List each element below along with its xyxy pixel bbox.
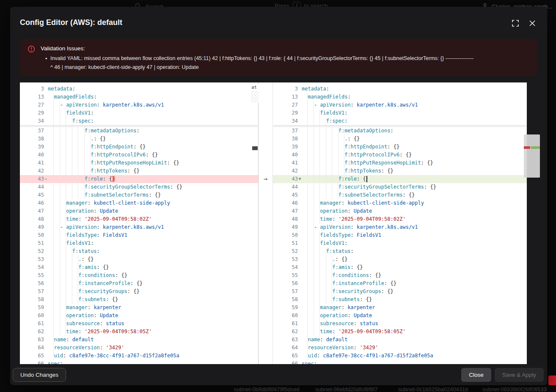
modified-editor-pane[interactable]: 37 f:metadataOptions:38 .: {}39 f:httpEn…	[273, 82, 527, 364]
code-line[interactable]: 51 fieldsV1:	[273, 239, 527, 247]
validation-message: Invalid YAML: missed comma between flow …	[50, 54, 531, 72]
code-line[interactable]: 61 subresource: status	[20, 320, 258, 328]
code-line[interactable]: 52 f:status:	[273, 247, 527, 255]
code-line[interactable]: 13 managedFields:	[273, 93, 527, 101]
notification-badge[interactable]	[548, 376, 556, 385]
code-line[interactable]: 29 fieldsV1:	[20, 109, 258, 117]
code-line[interactable]: 60 operation: Update	[20, 312, 258, 320]
code-line[interactable]: 60 operation: Update	[273, 312, 527, 320]
diff-sash[interactable]: →	[258, 82, 273, 364]
code-line[interactable]: 3metadata:	[273, 85, 527, 93]
code-line[interactable]: 41 f:httpPutResponseHopLimit: {}	[20, 159, 258, 167]
code-line[interactable]: 3metadata:	[20, 85, 258, 93]
code-line[interactable]: 44 f:securityGroupSelectorTerms: {}	[20, 183, 258, 191]
code-line[interactable]: 55 f:conditions: {}	[273, 271, 527, 280]
diff-revert-arrow-icon[interactable]: →	[259, 175, 272, 183]
fullscreen-button[interactable]	[510, 19, 520, 29]
line-content: f:subnetSelectorTerms: {}	[302, 191, 415, 199]
code-line[interactable]: 62 time: '2025-09-04T09:58:05Z'	[273, 328, 527, 336]
code-line[interactable]: 54 f:amis: {}	[20, 263, 258, 271]
diff-editor: 37 f:metadataOptions:38 .: {}39 f:httpEn…	[20, 82, 527, 364]
diff-sign	[298, 336, 302, 344]
code-line[interactable]: 50 fieldsType: FieldsV1	[273, 231, 527, 239]
code-line[interactable]: 66spec:	[20, 360, 258, 364]
line-content: uid: c8afe97e-38cc-4f91-a767-d15f2a8fe05…	[302, 352, 433, 360]
diff-sign	[44, 344, 48, 352]
undo-changes-button[interactable]: Undo Changes	[13, 368, 66, 382]
code-line[interactable]: 53 .: {}	[20, 255, 258, 263]
code-line[interactable]: 59 manager: karpenter	[20, 304, 258, 312]
code-line[interactable]: 65 uid: c8afe97e-38cc-4f91-a767-d15f2a8f…	[273, 352, 527, 360]
code-line[interactable]: 43+ f:role: {	[273, 175, 527, 183]
code-line[interactable]: 62 time: '2025-09-04T09:58:05Z'	[20, 328, 258, 336]
code-line[interactable]: 45 f:subnetSelectorTerms: {}	[20, 191, 258, 199]
dialog-footer: Undo Changes Close Save & Apply	[10, 364, 547, 385]
code-line[interactable]: 63 name: default	[273, 336, 527, 344]
code-line[interactable]: 39 f:httpEndpoint: {}	[273, 143, 527, 151]
save-apply-button[interactable]: Save & Apply	[495, 368, 544, 382]
code-line[interactable]: 49 - apiVersion: karpenter.k8s.aws/v1	[273, 223, 527, 231]
code-line[interactable]: 41 f:httpPutResponseHopLimit: {}	[273, 159, 527, 167]
code-line[interactable]: 48 time: '2025-09-04T09:58:02Z'	[20, 215, 258, 223]
diff-sign	[44, 199, 48, 207]
code-line[interactable]: 63 name: default	[20, 336, 258, 344]
line-content: .: {}	[302, 135, 360, 143]
code-line[interactable]: 58 f:subnets: {}	[20, 296, 258, 304]
line-number: 64	[273, 344, 298, 352]
original-sticky-scroll[interactable]: 3metadata:13 managedFields:27 - apiVersi…	[20, 82, 258, 125]
code-line[interactable]: 40 f:httpProtocolIPv6: {}	[20, 151, 258, 159]
code-line[interactable]: 61 subresource: status	[273, 320, 527, 328]
close-button[interactable]: Close	[461, 368, 491, 382]
diff-sign	[298, 143, 302, 151]
code-line[interactable]: 27 - apiVersion: karpenter.k8s.aws/v1	[273, 101, 527, 109]
code-line[interactable]: 37 f:metadataOptions:	[273, 127, 527, 135]
code-line[interactable]: 53 .: {}	[273, 255, 527, 263]
code-line[interactable]: 34 f:spec:	[20, 117, 258, 125]
code-line[interactable]: 64 resourceVersion: '3429'	[273, 344, 527, 352]
line-number: 47	[273, 207, 298, 215]
line-number: 37	[20, 127, 44, 135]
code-line[interactable]: 56 f:instanceProfile: {}	[273, 280, 527, 288]
code-line[interactable]: 50 fieldsType: FieldsV1	[20, 231, 258, 239]
code-line[interactable]: 37 f:metadataOptions:	[20, 127, 258, 135]
code-line[interactable]: 56 f:instanceProfile: {}	[20, 280, 258, 288]
code-line[interactable]: 65 uid: c8afe97e-38cc-4f91-a767-d15f2a8f…	[20, 352, 258, 360]
code-line[interactable]: 64 resourceVersion: '3429'	[20, 344, 258, 352]
code-line[interactable]: 46 manager: kubectl-client-side-apply	[20, 199, 258, 207]
diff-sign	[298, 207, 302, 215]
code-line[interactable]: 40 f:httpProtocolIPv6: {}	[273, 151, 527, 159]
code-line[interactable]: 48 time: '2025-09-04T09:58:02Z'	[273, 215, 527, 223]
code-line[interactable]: 38 .: {}	[20, 135, 258, 143]
code-line[interactable]: 49 - apiVersion: karpenter.k8s.aws/v1	[20, 223, 258, 231]
code-line[interactable]: 42 f:httpTokens: {}	[273, 167, 527, 175]
line-content: .: {}	[48, 135, 106, 143]
line-number: 45	[20, 191, 44, 199]
code-line[interactable]: 57 f:securityGroups: {}	[20, 288, 258, 296]
code-line[interactable]: 59 manager: karpenter	[273, 304, 527, 312]
code-line[interactable]: 54 f:amis: {}	[273, 263, 527, 271]
code-line[interactable]: 42 f:httpTokens: {}	[20, 167, 258, 175]
code-line[interactable]: 45 f:subnetSelectorTerms: {}	[273, 191, 527, 199]
code-line[interactable]: 43- f:role: {}	[20, 175, 258, 183]
code-line[interactable]: 66spec:	[273, 360, 527, 364]
code-line[interactable]: 34 f:spec:	[273, 117, 527, 125]
code-line[interactable]: 29 fieldsV1:	[273, 109, 527, 117]
code-line[interactable]: 55 f:conditions: {}	[20, 271, 258, 280]
code-line[interactable]: 58 f:subnets: {}	[273, 296, 527, 304]
code-line[interactable]: 44 f:securityGroupSelectorTerms: {}	[273, 183, 527, 191]
close-dialog-button[interactable]	[527, 19, 537, 29]
code-line[interactable]: 39 f:httpEndpoint: {}	[20, 143, 258, 151]
code-line[interactable]: 52 f:status:	[20, 247, 258, 255]
code-line[interactable]: 13 managedFields:	[20, 93, 258, 101]
line-number: 49	[273, 223, 298, 231]
code-line[interactable]: 27 - apiVersion: karpenter.k8s.aws/v1	[20, 101, 258, 109]
code-line[interactable]: 46 manager: kubectl-client-side-apply	[273, 199, 527, 207]
original-editor-pane[interactable]: 37 f:metadataOptions:38 .: {}39 f:httpEn…	[20, 82, 258, 364]
code-line[interactable]: 57 f:securityGroups: {}	[273, 288, 527, 296]
code-line[interactable]: 47 operation: Update	[20, 207, 258, 215]
code-line[interactable]: 47 operation: Update	[273, 207, 527, 215]
modified-sticky-scroll[interactable]: 3metadata:13 managedFields:27 - apiVersi…	[273, 82, 527, 125]
code-line[interactable]: 51 fieldsV1:	[20, 239, 258, 247]
scrollbar-thumb[interactable]	[524, 134, 540, 178]
code-line[interactable]: 38 .: {}	[273, 135, 527, 143]
